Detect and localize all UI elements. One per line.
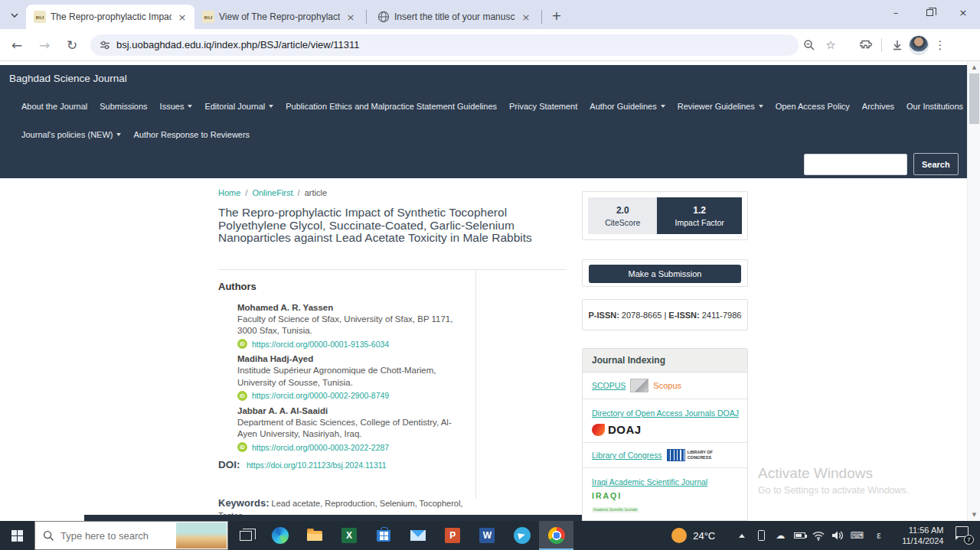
orcid-link[interactable]: https://orcid.org/0000-0002-2900-8749 <box>252 391 389 400</box>
citescore-badge[interactable]: 2.0 CiteScore <box>588 197 657 234</box>
nav-our-institutions[interactable]: Our Institutions <box>906 102 972 111</box>
onedrive-cloud-icon[interactable]: ☁ <box>773 526 787 545</box>
nav-submissions[interactable]: Submissions <box>100 102 147 111</box>
touch-keyboard-icon[interactable]: ⌨ <box>850 526 864 545</box>
nav-about-the-journal[interactable]: About the Journal <box>21 102 87 111</box>
powerpoint-app-button[interactable]: P <box>436 521 470 550</box>
bookmark-star-icon[interactable]: ☆ <box>820 34 841 56</box>
address-bar[interactable]: bsj.uobaghdad.edu.iq/index.php/BSJ/artic… <box>90 34 799 56</box>
nav-author-guidelines[interactable]: Author Guidelines <box>590 102 665 111</box>
scopus-link[interactable]: SCOPUS <box>592 381 626 390</box>
nav-publication-ethics[interactable]: Publication Ethics and Malpractice State… <box>286 102 497 111</box>
scrollbar-down-arrow[interactable]: ▼ <box>968 512 980 518</box>
your-phone-tray-icon[interactable] <box>754 526 768 545</box>
chevron-down-icon <box>116 133 121 136</box>
orcid-row: iD https://orcid.org/0000-0003-2022-2287 <box>237 442 471 452</box>
forward-button[interactable]: → <box>34 34 55 56</box>
restore-icon <box>926 9 933 16</box>
tab-search-chevron-button[interactable] <box>5 5 24 25</box>
orcid-row: iD https://orcid.org/0000-0001-9135-6034 <box>237 339 471 349</box>
wifi-tray-icon[interactable] <box>812 526 825 545</box>
excel-icon: X <box>341 528 357 543</box>
chrome-app-button[interactable] <box>539 521 573 550</box>
back-button[interactable]: ← <box>6 34 28 56</box>
word-app-button[interactable]: W <box>470 521 505 550</box>
impact-factor-label: Impact Factor <box>675 218 724 227</box>
page-scrollbar[interactable]: ▲ ▼ <box>967 61 980 521</box>
language-indicator[interactable]: ε <box>871 530 887 541</box>
nav-open-access-policy[interactable]: Open Access Policy <box>776 102 850 111</box>
site-search-button[interactable]: Search <box>913 153 959 175</box>
close-tab-icon[interactable]: × <box>345 11 357 23</box>
edge-app-button[interactable] <box>263 521 297 550</box>
scrollbar-thumb[interactable] <box>969 73 979 124</box>
taskbar-search-input[interactable] <box>60 530 175 542</box>
nav-issues[interactable]: Issues <box>160 102 193 111</box>
nav-reviewer-guidelines[interactable]: Reviewer Guidelines <box>678 102 763 111</box>
mail-app-button[interactable] <box>401 521 436 550</box>
iraqi-logo-text: IRAQI <box>592 491 738 500</box>
author-name: Jabbar A. A. Al-Saaidi <box>237 406 471 415</box>
excel-app-button[interactable]: X <box>332 521 367 550</box>
nav-privacy-statement[interactable]: Privacy Statement <box>509 102 577 111</box>
site-header: Baghdad Science Journal About the Journa… <box>0 65 967 178</box>
nav-author-response-to-reviewers[interactable]: Author Response to Reviewers <box>133 130 250 139</box>
journal-metrics-card: 2.0 CiteScore 1.2 Impact Factor <box>582 191 748 240</box>
file-explorer-button[interactable] <box>297 521 332 550</box>
download-icon[interactable] <box>887 34 908 56</box>
nav-label: Issues <box>160 102 185 111</box>
nav-label: Our Institutions <box>906 102 963 111</box>
library-of-congress-link[interactable]: Library of Congress <box>592 451 662 460</box>
microsoft-store-button[interactable] <box>367 521 401 550</box>
minimize-window-button[interactable]: – <box>879 0 913 24</box>
action-center-button[interactable]: 7 <box>956 526 972 545</box>
tab-article-galley[interactable]: BSJ View of The Repro-prophylactic × <box>194 5 363 29</box>
show-hidden-icons-button[interactable] <box>735 526 749 545</box>
nav-journals-policies[interactable]: Journal's policies (NEW) <box>21 130 121 139</box>
tab-separator <box>366 10 367 24</box>
new-tab-button[interactable]: + <box>547 5 567 25</box>
author-affiliation: Faculty of Science of Sfax, University o… <box>237 314 467 337</box>
doaj-link[interactable]: Directory of Open Access Journals DOAJ <box>592 408 739 418</box>
breadcrumb-onlinefirst-link[interactable]: OnlineFirst <box>252 188 292 197</box>
battery-tray-icon[interactable] <box>792 526 806 545</box>
doi-link[interactable]: https://doi.org/10.21123/bsj.2024.11311 <box>247 461 387 470</box>
doi-row: DOI: https://doi.org/10.21123/bsj.2024.1… <box>218 457 387 471</box>
taskbar-weather[interactable]: 24°C <box>665 521 721 550</box>
site-search-input[interactable] <box>804 154 907 175</box>
close-tab-icon[interactable]: × <box>176 11 188 23</box>
scrollbar-up-arrow[interactable]: ▲ <box>968 64 980 70</box>
reload-button[interactable]: ↻ <box>61 34 83 56</box>
issn-separator: | <box>664 311 666 320</box>
nav-label: Journal's policies (NEW) <box>21 130 113 139</box>
restore-window-button[interactable] <box>913 0 946 24</box>
volume-tray-icon[interactable] <box>831 526 844 545</box>
impact-factor-badge[interactable]: 1.2 Impact Factor <box>657 197 742 234</box>
bsj-favicon-icon: BSJ <box>202 11 214 23</box>
nav-editorial-journal[interactable]: Editorial Journal <box>204 102 273 111</box>
secondary-navigation: Journal's policies (NEW) Author Response… <box>21 130 262 139</box>
search-icon <box>43 530 54 542</box>
breadcrumb-home-link[interactable]: Home <box>218 188 240 197</box>
close-tab-icon[interactable]: × <box>520 11 532 23</box>
zoom-indicator-icon[interactable] <box>799 34 820 56</box>
iraqi-academic-journal-link[interactable]: Iraqi Academic Scientific Journal <box>592 477 707 487</box>
nav-archives[interactable]: Archives <box>862 102 894 111</box>
site-brand[interactable]: Baghdad Science Journal <box>9 73 127 84</box>
tab-manuscript-template[interactable]: Insert the title of your manuscri × <box>370 5 538 29</box>
profile-avatar[interactable] <box>908 34 929 56</box>
orcid-link[interactable]: https://orcid.org/0000-0001-9135-6034 <box>252 340 389 349</box>
orcid-link[interactable]: https://orcid.org/0000-0003-2022-2287 <box>252 443 389 452</box>
extensions-puzzle-icon[interactable] <box>855 34 877 56</box>
tab-article-view[interactable]: BSJ The Repro-prophylactic Impact × <box>26 5 194 29</box>
taskbar-search[interactable] <box>34 521 228 550</box>
task-view-button[interactable] <box>228 521 263 550</box>
make-submission-button[interactable]: Make a Submission <box>589 265 741 283</box>
close-window-button[interactable]: × <box>946 0 980 24</box>
taskbar-clock[interactable]: 11:56 AM 11/14/2024 <box>891 525 944 547</box>
browser-menu-kebab-icon[interactable]: ⋮ <box>929 34 951 56</box>
tab-separator <box>541 10 542 24</box>
telegram-app-button[interactable] <box>505 521 539 550</box>
start-button[interactable] <box>0 521 34 550</box>
search-highlight-image[interactable] <box>176 522 227 548</box>
